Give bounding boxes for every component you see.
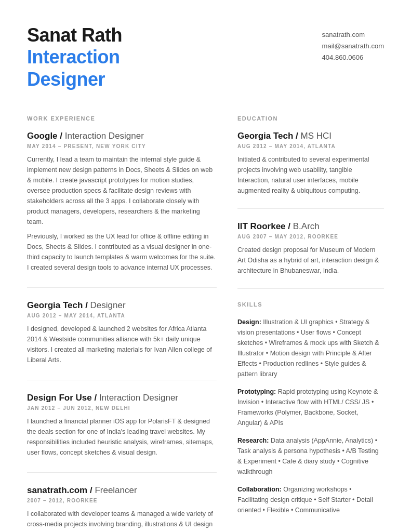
skill-text-design: Illustration & UI graphics • Strategy & … (237, 318, 379, 378)
edu-date-iit: AUG 2007 – MAY 2012, ROORKEE (237, 234, 384, 240)
job-role: Freelancer (95, 485, 137, 495)
main-content: Work Experience Google / Interaction Des… (27, 115, 384, 532)
job-title-google: Google / Interaction Designer (27, 131, 217, 141)
company-name: Design For Use (27, 393, 92, 403)
job-title-georgiatech: Georgia Tech / Designer (27, 300, 217, 311)
edu-entry-iit: IIT Roorkee / B.Arch AUG 2007 – MAY 2012… (237, 221, 384, 276)
skill-collaboration: Collaboration: Organizing workshops • Fa… (237, 484, 384, 515)
work-experience-label: Work Experience (27, 115, 217, 122)
job-role: Interaction Designer (65, 131, 144, 141)
job-desc-designforuse: I launched a financial planner iOS app f… (27, 416, 217, 458)
skills-section: Skills Design: Illustration & UI graphic… (237, 301, 384, 515)
skills-label: Skills (237, 301, 384, 308)
skill-prototyping: Prototyping: Rapid prototyping using Key… (237, 387, 384, 428)
job-entry-google: Google / Interaction Designer MAY 2014 –… (27, 131, 217, 273)
phone: 404.860.0606 (322, 52, 384, 63)
job-role: Interaction Designer (99, 393, 178, 403)
skill-research: Research: Data analysis (AppAnnie, Analy… (237, 435, 384, 477)
edu-desc-iit: Created design proposal for Museum of Mo… (237, 245, 384, 276)
company-name: Georgia Tech (27, 300, 83, 310)
email: mail@sanatrath.com (322, 41, 384, 52)
job-title: Interaction Designer (27, 46, 122, 90)
job-title-designforuse: Design For Use / Interaction Designer (27, 393, 217, 403)
job-title-sanatrath: sanatrath.com / Freelancer (27, 485, 217, 496)
right-column: Education Georgia Tech / MS HCI AUG 2012… (237, 115, 384, 532)
school-name: Georgia Tech (237, 131, 293, 141)
job-desc-georgiatech: I designed, developed & launched 2 websi… (27, 324, 217, 365)
skill-label-collaboration: Collaboration: (237, 486, 282, 493)
job-entry-georgiatech: Georgia Tech / Designer AUG 2012 – MAY 2… (27, 300, 217, 365)
job-desc-google-1: Currently, I lead a team to maintain the… (27, 154, 217, 227)
job-date-georgiatech: AUG 2012 – MAY 2014, ATLANTA (27, 313, 217, 318)
skill-design: Design: Illustration & UI graphics • Str… (237, 317, 384, 379)
divider-1 (27, 287, 217, 288)
skill-label-prototyping: Prototyping: (237, 388, 276, 395)
website: sanatrath.com (322, 29, 384, 41)
company-name: sanatrath.com (27, 485, 87, 495)
edu-title-georgiatech: Georgia Tech / MS HCI (237, 131, 384, 141)
job-date-sanatrath: 2007 – 2012, ROORKEE (27, 498, 217, 503)
skill-label-research: Research: (237, 437, 269, 444)
job-entry-sanatrath: sanatrath.com / Freelancer 2007 – 2012, … (27, 485, 217, 532)
divider-2 (27, 380, 217, 380)
company-name: Google (27, 131, 58, 141)
degree: MS HCI (301, 131, 332, 141)
job-desc-google-2: Previously, I worked as the UX lead for … (27, 231, 217, 273)
divider-3 (27, 472, 217, 473)
contact-info: sanatrath.com mail@sanatrath.com 404.860… (322, 25, 384, 63)
edu-date-georgiatech: AUG 2012 – MAY 2014, ATLANTA (237, 143, 384, 149)
divider-edu-1 (237, 208, 384, 209)
header: Sanat Rath Interaction Designer sanatrat… (27, 25, 384, 90)
skill-label-design: Design: (237, 318, 261, 326)
job-date-designforuse: JAN 2012 – JUN 2012, NEW DELHI (27, 405, 217, 411)
job-role: Designer (90, 300, 126, 310)
job-desc-sanatrath: I collaborated with developer teams & ma… (27, 509, 217, 532)
divider-skills (237, 288, 384, 289)
full-name: Sanat Rath (27, 25, 122, 46)
job-date-google: MAY 2014 – PRESENT, NEW YORK CITY (27, 143, 217, 149)
education-label: Education (237, 115, 384, 122)
header-name-title: Sanat Rath Interaction Designer (27, 25, 122, 90)
left-column: Work Experience Google / Interaction Des… (27, 115, 217, 532)
edu-desc-georgiatech: Initiated & contributed to several exper… (237, 154, 384, 196)
degree: B.Arch (293, 221, 320, 231)
edu-title-iit: IIT Roorkee / B.Arch (237, 221, 384, 232)
edu-entry-georgiatech: Georgia Tech / MS HCI AUG 2012 – MAY 201… (237, 131, 384, 196)
school-name: IIT Roorkee (237, 221, 286, 231)
job-entry-designforuse: Design For Use / Interaction Designer JA… (27, 393, 217, 458)
